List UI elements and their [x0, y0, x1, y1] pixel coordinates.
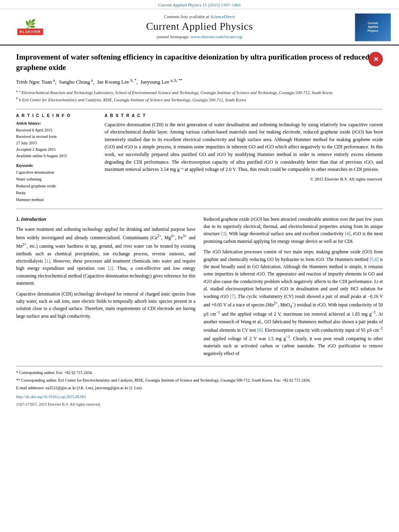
body-two-col: 1. Introduction The water treatment and … [16, 216, 383, 361]
author1-sup: a [53, 78, 55, 82]
paper-title: Improvement of water softening efficienc… [16, 52, 383, 72]
journal-thumb-area: CurrentAppliedPhysics [347, 13, 391, 41]
keyword-3: Reduced graphene oxide [16, 183, 97, 189]
contents-line: Contents lists available at ScienceDirec… [52, 14, 347, 19]
abstract-text: Capacitive deionization (CDI) is the nex… [105, 121, 383, 173]
article-info-column: A R T I C L E I N F O Article history: R… [16, 113, 97, 203]
homepage-text: journal homepage: [156, 34, 189, 39]
body-para-4: The rGO fabrication processes consist of… [204, 248, 383, 357]
author3-sup: b, * [130, 78, 136, 82]
doi-link[interactable]: http://dx.doi.org/10.1016/j.cap.2015.08.… [16, 394, 383, 400]
section1-title: 1. Introduction [16, 216, 195, 223]
keywords-section: Keywords: Capacitive deionization Water … [16, 163, 97, 203]
body-section: 1. Introduction The water treatment and … [16, 216, 383, 361]
footnotes: * Corresponding author. Fax: +82 62 715 … [16, 366, 383, 408]
journal-thumbnail: CurrentAppliedPhysics [355, 13, 391, 41]
contents-text: Contents lists available at [164, 14, 209, 19]
journal-reference-bar: Current Applied Physics 15 (2015) 1397–1… [0, 0, 399, 9]
article-info-heading: A R T I C L E I N F O [16, 113, 97, 118]
affil1-sup: a [16, 89, 18, 93]
ref-link-2[interactable]: [2] [108, 266, 113, 271]
ref-link-7[interactable]: [7] [230, 294, 235, 299]
body-col-right: Reduced graphene oxide (rGO) has been at… [204, 216, 383, 361]
body-divider [16, 209, 383, 209]
body-para-2: Capacitive deionization (CDI) technology… [16, 290, 195, 320]
title-area: ✕ Improvement of water softening efficie… [16, 52, 383, 72]
elsevier-logo-area: 🌿 ELSEVIER [8, 20, 52, 35]
author4-sup: a, b, ** [171, 78, 182, 82]
tree-icon: 🌿 [25, 20, 36, 29]
sciencedirect-link[interactable]: ScienceDirect [210, 14, 235, 19]
body-para-1: The water treatment and softening techno… [16, 226, 195, 287]
ref-link-56[interactable]: [5,6] [370, 257, 378, 262]
footnote-email: E-mail addresses: na2522@gist.ac.kr (J.K… [16, 385, 383, 391]
keywords-label: Keywords: [16, 163, 97, 168]
authors-line: Trinh Ngoc Tuan a, Sangho Chung a, Jae K… [16, 77, 383, 86]
received-date: Received 6 April 2015 [16, 127, 97, 134]
doi-anchor[interactable]: http://dx.doi.org/10.1016/j.cap.2015.08.… [16, 394, 86, 399]
keyword-1: Capacitive deionization [16, 169, 97, 176]
keyword-4: Purity [16, 189, 97, 196]
ref-link-1[interactable]: [1] [45, 259, 50, 263]
elsevier-logo: 🌿 ELSEVIER [8, 20, 52, 35]
body-para-3: Reduced graphene oxide (rGO) has been at… [204, 216, 383, 245]
affil2-sup: b [16, 96, 18, 100]
accepted-date: Accepted 2 August 2015 [16, 146, 97, 153]
revised-date: 27 July 2015 [16, 140, 97, 146]
journal-header: 🌿 ELSEVIER Contents lists available at S… [0, 9, 399, 45]
affiliation1: a ° Electrochemical Reaction and Technol… [16, 88, 383, 96]
crossmark-badge: ✕ [368, 52, 383, 66]
journal-title: Current Applied Physics [52, 21, 347, 33]
header-divider [16, 109, 383, 109]
keyword-5: Hummer method [16, 196, 97, 203]
abstract-heading: A B S T R A C T [105, 113, 383, 118]
author2-sup: a [91, 78, 93, 82]
body-col-left: 1. Introduction The water treatment and … [16, 216, 195, 361]
journal-header-center: Contents lists available at ScienceDirec… [52, 14, 347, 41]
affiliations: a ° Electrochemical Reaction and Technol… [16, 88, 383, 103]
elsevier-label: ELSEVIER [17, 29, 43, 35]
abstract-column: A B S T R A C T Capacitive deionization … [105, 113, 383, 203]
issn-line: 1567-1739/© 2015 Elsevier B.V. All right… [16, 401, 383, 408]
affiliation2: b b Ertl Center for Electrochemistry and… [16, 96, 383, 103]
history-label: Article history: [16, 121, 97, 125]
abstract-copyright: © 2015 Elsevier B.V. All rights reserved… [105, 177, 383, 181]
paper-content: ✕ Improvement of water softening efficie… [0, 45, 399, 416]
footnote-corresponding2: ** Corresponding author. Ertl Center for… [16, 377, 383, 384]
homepage-line: journal homepage: www.elsevier.com/locat… [52, 34, 347, 39]
keyword-2: Water softening [16, 176, 97, 183]
revised-label: Received in revised form [16, 134, 97, 140]
online-date: Available online 6 August 2015 [16, 153, 97, 159]
footnote-corresponding1: * Corresponding author. Fax: +82 62 715 … [16, 370, 383, 376]
ref-link-8[interactable]: [8] [257, 328, 262, 333]
journal-reference-text: Current Applied Physics 15 (2015) 1397–1… [158, 2, 241, 7]
thumb-journal-name: CurrentAppliedPhysics [368, 21, 378, 32]
ref-link-4[interactable]: [4] [345, 231, 350, 236]
homepage-link[interactable]: www.elsevier.com/locate/cap [191, 34, 243, 39]
article-info-abstract: A R T I C L E I N F O Article history: R… [16, 113, 383, 203]
ref-link-3[interactable]: [3] [221, 231, 226, 236]
